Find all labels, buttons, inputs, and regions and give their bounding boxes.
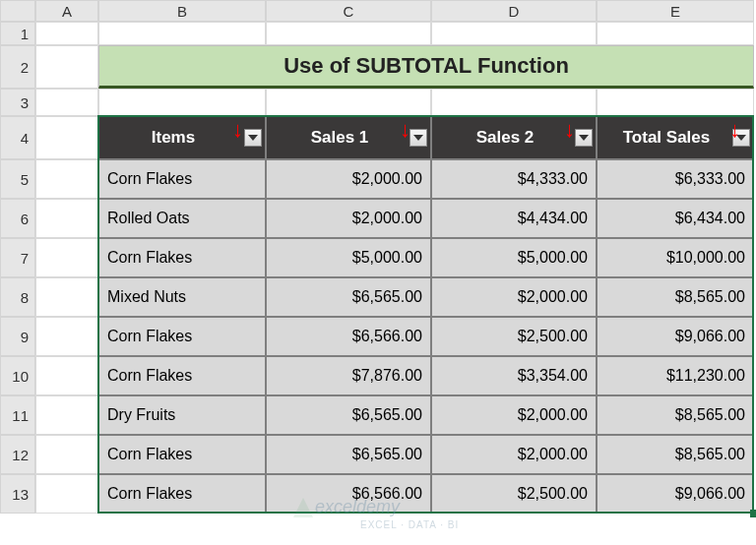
- cell[interactable]: [266, 89, 431, 116]
- table-cell-sales2[interactable]: $2,000.00: [431, 395, 597, 435]
- table-cell-sales1[interactable]: $6,566.00: [266, 474, 431, 514]
- header-label: Sales 2: [476, 128, 535, 148]
- svg-marker-1: [413, 135, 423, 141]
- row-header[interactable]: 10: [0, 356, 35, 395]
- cell[interactable]: [35, 22, 98, 45]
- table-cell-total[interactable]: $9,066.00: [597, 317, 754, 356]
- cell[interactable]: [35, 199, 98, 238]
- table-header-cell[interactable]: Sales 1: [266, 116, 431, 159]
- table-header-cell[interactable]: Sales 2: [431, 116, 597, 159]
- row-header[interactable]: 13: [0, 474, 35, 514]
- table-cell-items[interactable]: Corn Flakes: [98, 474, 266, 514]
- table-cell-total[interactable]: $11,230.00: [597, 356, 754, 395]
- table-cell-total[interactable]: $10,000.00: [597, 238, 754, 277]
- row-header[interactable]: 4: [0, 116, 35, 159]
- cell[interactable]: [266, 22, 431, 45]
- cell[interactable]: [35, 395, 98, 435]
- table-cell-items[interactable]: Corn Flakes: [98, 159, 266, 199]
- table-cell-sales1[interactable]: $2,000.00: [266, 199, 431, 238]
- cell[interactable]: [98, 22, 266, 45]
- column-header[interactable]: E: [597, 0, 754, 22]
- svg-marker-0: [248, 135, 258, 141]
- table-cell-sales1[interactable]: $6,565.00: [266, 395, 431, 435]
- cell[interactable]: [35, 238, 98, 277]
- table-cell-sales1[interactable]: $2,000.00: [266, 159, 431, 199]
- cell[interactable]: [35, 474, 98, 514]
- filter-dropdown-button[interactable]: [575, 129, 593, 147]
- table-cell-sales1[interactable]: $6,565.00: [266, 277, 431, 317]
- table-cell-sales2[interactable]: $4,434.00: [431, 199, 597, 238]
- table-cell-sales2[interactable]: $2,500.00: [431, 317, 597, 356]
- cell[interactable]: [35, 89, 98, 116]
- table-cell-items[interactable]: Mixed Nuts: [98, 277, 266, 317]
- table-cell-sales2[interactable]: $3,354.00: [431, 356, 597, 395]
- cell[interactable]: [35, 317, 98, 356]
- select-all-corner[interactable]: [0, 0, 35, 22]
- table-cell-sales1[interactable]: $6,565.00: [266, 435, 431, 474]
- table-header-cell[interactable]: Total Sales: [597, 116, 754, 159]
- row-header[interactable]: 3: [0, 89, 35, 116]
- cell[interactable]: [35, 45, 98, 89]
- table-cell-sales2[interactable]: $4,333.00: [431, 159, 597, 199]
- row-header[interactable]: 6: [0, 199, 35, 238]
- row-header[interactable]: 1: [0, 22, 35, 45]
- cell[interactable]: [35, 277, 98, 317]
- cell[interactable]: [35, 435, 98, 474]
- cell[interactable]: [35, 356, 98, 395]
- svg-marker-3: [736, 135, 746, 141]
- table-cell-total[interactable]: $6,434.00: [597, 199, 754, 238]
- table-header-cell[interactable]: Items: [98, 116, 266, 159]
- column-header[interactable]: B: [98, 0, 266, 22]
- column-header[interactable]: A: [35, 0, 98, 22]
- cell[interactable]: [431, 89, 597, 116]
- table-cell-total[interactable]: $8,565.00: [597, 435, 754, 474]
- table-cell-sales2[interactable]: $2,000.00: [431, 435, 597, 474]
- cell[interactable]: [35, 159, 98, 199]
- row-header[interactable]: 11: [0, 395, 35, 435]
- header-label: Total Sales: [623, 128, 711, 148]
- column-header[interactable]: C: [266, 0, 431, 22]
- table-cell-sales1[interactable]: $5,000.00: [266, 238, 431, 277]
- row-header[interactable]: 9: [0, 317, 35, 356]
- watermark-subtext: EXCEL · DATA · BI: [360, 519, 459, 530]
- cell[interactable]: [35, 116, 98, 159]
- table-cell-items[interactable]: Corn Flakes: [98, 356, 266, 395]
- cell[interactable]: [431, 22, 597, 45]
- row-header[interactable]: 12: [0, 435, 35, 474]
- table-cell-sales1[interactable]: $6,566.00: [266, 317, 431, 356]
- table-cell-total[interactable]: $8,565.00: [597, 277, 754, 317]
- column-header[interactable]: D: [431, 0, 597, 22]
- table-cell-sales1[interactable]: $7,876.00: [266, 356, 431, 395]
- cell[interactable]: [597, 89, 754, 116]
- header-label: Items: [152, 128, 195, 148]
- filter-dropdown-button[interactable]: [732, 129, 750, 147]
- row-header[interactable]: 7: [0, 238, 35, 277]
- cell[interactable]: [597, 22, 754, 45]
- table-cell-items[interactable]: Corn Flakes: [98, 238, 266, 277]
- table-cell-items[interactable]: Dry Fruits: [98, 395, 266, 435]
- filter-dropdown-button[interactable]: [410, 129, 427, 147]
- table-cell-items[interactable]: Corn Flakes: [98, 435, 266, 474]
- table-cell-items[interactable]: Rolled Oats: [98, 199, 266, 238]
- table-cell-sales2[interactable]: $5,000.00: [431, 238, 597, 277]
- row-header[interactable]: 8: [0, 277, 35, 317]
- table-cell-total[interactable]: $8,565.00: [597, 395, 754, 435]
- cell[interactable]: [98, 89, 266, 116]
- title-cell[interactable]: Use of SUBTOTAL Function: [98, 45, 754, 89]
- table-cell-sales2[interactable]: $2,000.00: [431, 277, 597, 317]
- table-cell-items[interactable]: Corn Flakes: [98, 317, 266, 356]
- table-cell-total[interactable]: $9,066.00: [597, 474, 754, 514]
- row-header[interactable]: 5: [0, 159, 35, 199]
- header-label: Sales 1: [311, 128, 369, 148]
- table-cell-total[interactable]: $6,333.00: [597, 159, 754, 199]
- svg-marker-2: [579, 135, 589, 141]
- table-cell-sales2[interactable]: $2,500.00: [431, 474, 597, 514]
- row-header[interactable]: 2: [0, 45, 35, 89]
- filter-dropdown-button[interactable]: [244, 129, 262, 147]
